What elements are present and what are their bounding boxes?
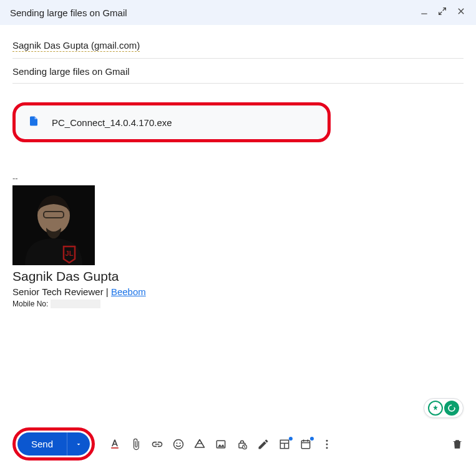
send-options-button[interactable] xyxy=(67,432,90,456)
subject-field[interactable]: Sending large files on Gmail xyxy=(12,59,464,84)
toolbar-left: Send xyxy=(12,427,333,461)
svg-rect-5 xyxy=(111,447,119,449)
signature-name: Sagnik Das Gupta xyxy=(12,269,464,284)
minimize-icon[interactable] xyxy=(420,7,429,18)
svg-point-20 xyxy=(326,443,328,445)
extension-badges[interactable] xyxy=(424,398,464,418)
grammarly-badge-icon[interactable] xyxy=(444,401,459,416)
send-button[interactable]: Send xyxy=(17,432,67,456)
notification-dot xyxy=(310,437,314,441)
drive-icon[interactable] xyxy=(193,438,206,451)
svg-rect-0 xyxy=(421,14,427,14)
signature-photo: JL xyxy=(12,185,95,265)
recipient-chip[interactable]: Sagnik Das Gupta (gmail.com) xyxy=(12,40,140,52)
signature-divider: | xyxy=(106,286,109,297)
svg-point-21 xyxy=(326,447,328,449)
file-icon xyxy=(28,114,39,130)
image-icon[interactable] xyxy=(215,438,227,451)
signature-title: Senior Tech Reviewer | Beebom xyxy=(12,286,464,297)
calendar-icon[interactable] xyxy=(299,438,312,451)
toolbar-right xyxy=(451,438,464,451)
recipient-field[interactable]: Sagnik Das Gupta (gmail.com) xyxy=(12,30,464,59)
svg-text:JL: JL xyxy=(66,250,74,257)
notification-dot xyxy=(289,437,293,441)
compose-header: Sending large files on Gmail xyxy=(0,0,476,25)
header-controls xyxy=(420,6,466,19)
confidential-icon[interactable] xyxy=(236,438,248,451)
compose-toolbar: Send xyxy=(12,427,464,461)
send-highlight: Send xyxy=(12,427,95,461)
template-icon[interactable] xyxy=(278,438,291,451)
chevron-down-icon xyxy=(75,441,82,448)
attachment-highlight: PC_Connect_14.0.4.170.exe xyxy=(12,102,331,142)
formatting-icon[interactable] xyxy=(109,438,121,451)
email-body[interactable]: PC_Connect_14.0.4.170.exe -- JL Sagnik D… xyxy=(12,84,464,308)
trash-icon[interactable] xyxy=(451,438,464,451)
mobile-label: Mobile No: xyxy=(12,300,48,308)
emoji-icon[interactable] xyxy=(172,438,185,451)
link-icon[interactable] xyxy=(151,438,163,451)
more-icon[interactable] xyxy=(321,438,333,451)
svg-point-7 xyxy=(177,442,178,444)
assist-badge-icon[interactable] xyxy=(428,401,443,416)
compose-content: Sagnik Das Gupta (gmail.com) Sending lar… xyxy=(0,25,476,308)
svg-point-19 xyxy=(326,439,328,441)
compose-title: Sending large files on Gmail xyxy=(10,7,127,18)
svg-point-8 xyxy=(180,442,181,444)
signature-mobile: Mobile No: xyxy=(12,300,464,308)
signature-icon[interactable] xyxy=(257,438,270,451)
mobile-redacted xyxy=(51,300,100,308)
signature-separator: -- xyxy=(12,173,464,183)
signature-company-link[interactable]: Beebom xyxy=(111,286,146,297)
attach-icon[interactable] xyxy=(130,438,142,451)
close-icon[interactable] xyxy=(456,6,466,19)
expand-icon[interactable] xyxy=(437,6,447,19)
attachment-filename[interactable]: PC_Connect_14.0.4.170.exe xyxy=(52,117,172,128)
svg-point-6 xyxy=(174,439,183,449)
svg-rect-15 xyxy=(301,441,309,449)
signature-role: Senior Tech Reviewer xyxy=(12,286,104,297)
